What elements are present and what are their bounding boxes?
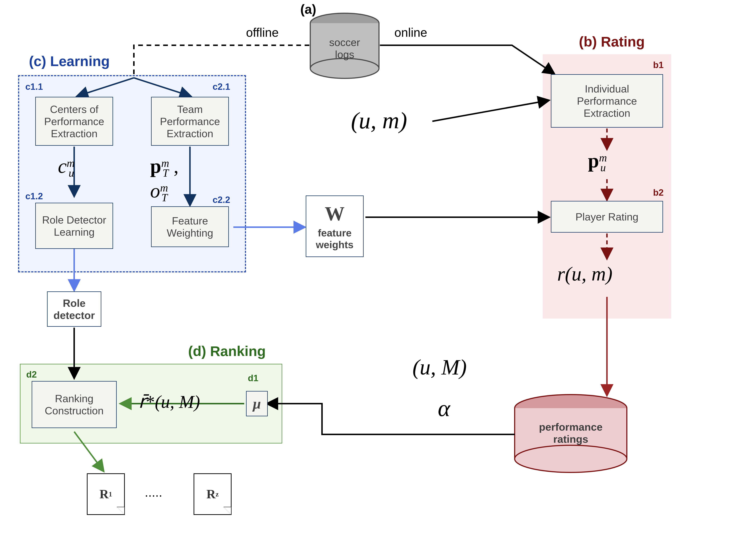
tag-c12: c1.2: [25, 191, 43, 201]
tag-b1: b1: [653, 60, 664, 70]
title-ranking: (d) Ranking: [188, 343, 266, 360]
node-W: W feature weights: [306, 195, 364, 257]
tag-d1: d1: [248, 373, 258, 383]
tag-c11: c1.1: [25, 81, 43, 92]
node-c21: Team Performance Extraction: [151, 97, 229, 146]
node-d2: Ranking Construction: [32, 381, 117, 428]
label-offline: offline: [246, 25, 279, 39]
math-alpha: α: [438, 395, 450, 422]
node-c11: Centers of Performance Extraction: [35, 97, 113, 146]
svg-point-5: [515, 395, 627, 422]
title-rating: (b) Rating: [579, 33, 645, 50]
node-W-symbol: W: [325, 202, 345, 225]
node-b2: Player Rating: [551, 201, 663, 232]
tag-d2: d2: [26, 369, 37, 380]
math-uM: (u, M): [412, 355, 467, 380]
tag-b2: b2: [653, 187, 664, 198]
math-p-um: pmu: [588, 149, 606, 174]
tag-c22: c2.2: [213, 194, 230, 205]
node-c12: Role Detector Learning: [35, 203, 113, 249]
label-a: (a): [300, 2, 316, 17]
node-c22: Feature Weighting: [151, 206, 229, 247]
output-Rz: Rz: [194, 473, 232, 515]
output-ellipsis: .....: [145, 485, 162, 500]
tag-c21: c2.1: [213, 81, 230, 92]
math-c-um: cmu: [58, 155, 74, 179]
label-online: online: [394, 25, 427, 39]
node-d1: μ: [246, 391, 268, 416]
label-perf-ratings: performance ratings: [533, 421, 609, 445]
node-W-caption: feature weights: [316, 227, 353, 250]
label-soccer-logs: soccer logs: [327, 36, 363, 60]
math-rbar: r̄*(u, M): [138, 391, 200, 412]
node-role-detector: Role detector: [47, 292, 101, 327]
node-b1: Individual Performance Extraction: [551, 74, 663, 128]
math-pT-oT: pmT , omT: [150, 155, 201, 204]
math-r-um: r(u, m): [557, 262, 613, 286]
svg-point-9: [515, 445, 627, 472]
title-learning: (c) Learning: [29, 53, 110, 69]
svg-point-4: [310, 58, 379, 78]
output-R1: R1: [87, 473, 125, 515]
svg-point-0: [310, 13, 379, 33]
math-um: (u, m): [351, 107, 407, 134]
